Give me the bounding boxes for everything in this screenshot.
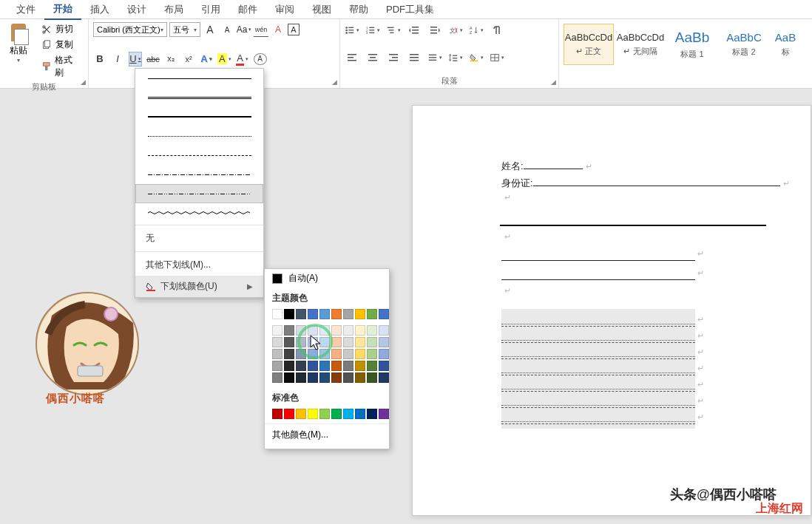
color-swatch[interactable] [272, 372, 282, 383]
color-swatch[interactable] [331, 372, 342, 383]
underline-more-styles[interactable]: 其他下划线(M)... [135, 254, 263, 276]
color-swatch[interactable] [308, 409, 318, 419]
color-swatch[interactable] [343, 409, 353, 419]
color-swatch[interactable] [331, 349, 342, 359]
color-swatch[interactable] [355, 409, 365, 419]
bullets-button[interactable] [345, 24, 359, 37]
color-swatch[interactable] [319, 361, 330, 371]
tab-mailings[interactable]: 邮件 [229, 0, 266, 19]
color-swatch[interactable] [343, 325, 353, 336]
color-swatch[interactable] [379, 372, 389, 383]
strikethrough-button[interactable]: abc [146, 52, 160, 67]
color-swatch[interactable] [355, 325, 365, 336]
phonetic-guide-button[interactable]: wén [254, 22, 268, 37]
color-swatch[interactable] [284, 349, 294, 359]
color-swatch[interactable] [308, 372, 318, 383]
shading-button[interactable] [469, 51, 484, 64]
color-swatch[interactable] [355, 349, 365, 359]
text-effects-button[interactable]: A [200, 52, 213, 67]
color-swatch[interactable] [367, 372, 377, 383]
font-name-select[interactable]: Calibri (西文正文)▾ [93, 22, 167, 37]
color-swatch[interactable] [367, 309, 377, 319]
char-border-button[interactable]: A [288, 24, 300, 35]
highlight-button[interactable]: A [217, 52, 231, 67]
color-swatch[interactable] [308, 325, 318, 336]
tab-file[interactable]: 文件 [7, 0, 44, 19]
font-color-button[interactable]: A [236, 52, 249, 67]
underline-style-dotted[interactable] [135, 126, 263, 146]
underline-style-double[interactable] [135, 88, 263, 107]
indent-decrease-button[interactable] [407, 24, 422, 37]
color-swatch[interactable] [331, 309, 342, 319]
color-swatch[interactable] [319, 349, 330, 359]
indent-increase-button[interactable] [427, 24, 442, 37]
color-swatch[interactable] [343, 337, 353, 347]
style-normal[interactable]: AaBbCcDd ↵ 正文 [564, 24, 614, 65]
color-swatch[interactable] [355, 372, 365, 383]
underline-none[interactable]: 无 [135, 228, 263, 249]
clipboard-expand[interactable]: ◢ [81, 78, 86, 86]
underline-color-submenu[interactable]: 下划线颜色(U) ▶ [135, 276, 263, 297]
color-swatch[interactable] [355, 337, 365, 347]
color-swatch[interactable] [284, 409, 294, 419]
color-swatch[interactable] [308, 337, 318, 347]
color-swatch[interactable] [343, 349, 353, 359]
color-swatch[interactable] [379, 349, 389, 359]
color-swatch[interactable] [296, 361, 306, 371]
paste-button[interactable]: 粘贴 ▾ [4, 22, 33, 80]
tab-pdf[interactable]: PDF工具集 [377, 0, 443, 19]
color-auto[interactable]: 自动(A) [265, 269, 389, 287]
color-swatch[interactable] [319, 409, 330, 419]
color-swatch[interactable] [379, 409, 389, 419]
underline-style-wave[interactable] [135, 203, 263, 222]
color-swatch[interactable] [343, 309, 353, 319]
superscript-button[interactable]: x² [182, 52, 195, 67]
color-swatch[interactable] [308, 309, 318, 319]
style-heading3[interactable]: AaB 标 [771, 24, 800, 65]
multilevel-button[interactable] [386, 24, 401, 37]
color-swatch[interactable] [272, 409, 282, 419]
underline-button[interactable]: U [129, 52, 142, 67]
borders-button[interactable] [490, 51, 504, 64]
tab-insert[interactable]: 插入 [81, 0, 118, 19]
format-painter-button[interactable]: 格式刷 [38, 53, 84, 80]
color-swatch[interactable] [296, 409, 306, 419]
style-heading1[interactable]: AaBb 标题 1 [667, 24, 717, 65]
align-justify-button[interactable] [407, 51, 422, 64]
color-swatch[interactable] [272, 361, 282, 371]
sort-button[interactable]: AZ [469, 24, 484, 37]
paragraph-expand[interactable]: ◢ [551, 78, 556, 86]
tab-view[interactable]: 视图 [303, 0, 340, 19]
char-shading-button[interactable]: A [254, 53, 267, 65]
tab-references[interactable]: 引用 [192, 0, 229, 19]
color-swatch[interactable] [379, 361, 389, 371]
color-swatch[interactable] [284, 372, 294, 383]
more-colors[interactable]: 其他颜色(M)... [265, 423, 389, 446]
color-swatch[interactable] [367, 409, 377, 419]
style-no-spacing[interactable]: AaBbCcDd ↵ 无间隔 [615, 24, 666, 65]
line-spacing-button[interactable] [448, 51, 463, 64]
color-swatch[interactable] [296, 309, 306, 319]
underline-style-dot-dash[interactable] [135, 165, 263, 184]
color-swatch[interactable] [367, 337, 377, 347]
color-swatch[interactable] [379, 337, 389, 347]
color-swatch[interactable] [319, 309, 330, 319]
color-swatch[interactable] [343, 361, 353, 371]
color-swatch[interactable] [319, 337, 330, 347]
bold-button[interactable]: B [93, 52, 106, 67]
tab-home[interactable]: 开始 [44, 0, 81, 20]
color-swatch[interactable] [284, 337, 294, 347]
color-swatch[interactable] [284, 309, 294, 319]
tab-review[interactable]: 审阅 [266, 0, 303, 19]
shrink-font-button[interactable]: A [220, 22, 234, 37]
italic-button[interactable]: I [111, 52, 124, 67]
color-swatch[interactable] [367, 325, 377, 336]
subscript-button[interactable]: x₂ [164, 52, 177, 67]
show-marks-button[interactable] [490, 24, 504, 37]
color-swatch[interactable] [296, 372, 306, 383]
color-swatch[interactable] [296, 337, 306, 347]
tab-help[interactable]: 帮助 [340, 0, 377, 19]
color-swatch[interactable] [272, 337, 282, 347]
numbering-button[interactable]: 123 [365, 24, 380, 37]
color-swatch[interactable] [367, 361, 377, 371]
